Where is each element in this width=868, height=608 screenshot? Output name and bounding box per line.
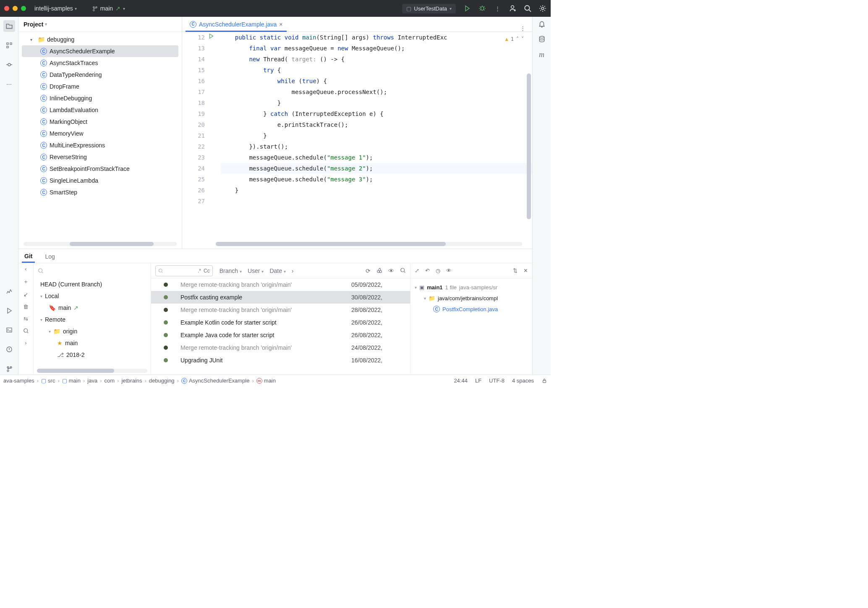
commit-row[interactable]: Postfix casting example30/08/2022, [151,291,410,304]
commit-row[interactable]: Merge remote-tracking branch 'origin/mai… [151,304,410,316]
detail-file-row[interactable]: C PostfixCompletion.java [415,304,528,314]
tree-file[interactable]: CSetBreakpointFromStackTrace [18,163,182,175]
origin-branch-item[interactable]: ⎇2018-2 [34,349,151,361]
origin-main-branch[interactable]: ★main [34,337,151,349]
project-tool-button[interactable] [3,20,15,32]
checkout-icon[interactable]: ↙ [24,291,28,298]
indent-widget[interactable]: 4 spaces [512,377,534,384]
terminal-tool-button[interactable] [3,324,15,336]
close-tab-button[interactable]: × [279,21,282,28]
project-tree[interactable]: ▾📁debuggingCAsyncSchedulerExampleCAsyncS… [18,32,182,239]
editor-scrollbar[interactable] [527,32,531,240]
chevron-down-icon[interactable]: ˅ [521,34,524,45]
breadcrumb-item[interactable]: com [104,377,115,384]
debug-button[interactable] [478,5,486,12]
breadcrumb-item[interactable]: ava-samples [3,377,34,384]
undo-icon[interactable]: ↶ [425,267,430,274]
origin-remote[interactable]: ▾📁origin [34,325,151,337]
breadcrumb-item[interactable]: ▢ main [62,377,81,384]
chevron-left-icon[interactable]: ‹ [25,266,26,272]
line-separator[interactable]: LF [475,377,481,384]
tree-file[interactable]: CMultiLineExpressions [18,139,182,151]
tree-file[interactable]: CAsyncSchedulerExample [22,45,178,57]
branches-h-scrollbar[interactable] [37,369,147,373]
profiler-tool-button[interactable] [3,286,15,297]
vcs-branch-widget[interactable]: main ↗ ▾ [92,5,125,12]
commit-row[interactable]: Merge remote-tracking branch 'origin/mai… [151,278,410,291]
remote-branches-group[interactable]: ▾Remote [34,314,151,325]
tree-file[interactable]: CSingleLineLambda [18,175,182,186]
eye-icon[interactable]: 👁 [388,267,394,274]
code-editor[interactable]: 12131415161718192021222324252627 public … [182,32,532,240]
breadcrumb-item[interactable]: debugging [149,377,175,384]
code-with-me-icon[interactable] [509,5,516,12]
run-tool-button[interactable] [3,305,15,317]
date-filter[interactable]: Date ▾ [269,267,285,274]
breadcrumb-item[interactable]: jetbrains [121,377,142,384]
regex-toggle[interactable]: .* [198,268,201,274]
minimize-window-button[interactable] [13,6,18,11]
add-icon[interactable]: ＋ [23,278,29,286]
chevron-right-icon[interactable]: › [25,340,26,346]
git-tool-button[interactable] [3,363,15,375]
more-actions-button[interactable]: ⋮ [494,5,501,12]
structure-tool-button[interactable] [3,39,15,51]
branches-tree[interactable]: HEAD (Current Branch) ▾Local 🔖main ↗ ▾Re… [34,278,151,367]
database-tool-button[interactable] [538,35,546,43]
tree-file[interactable]: CReverseString [18,151,182,163]
tree-file[interactable]: CSmartStep [18,186,182,198]
log-search-input[interactable]: .* Cc [155,265,213,276]
delete-icon[interactable]: 🗑 [23,304,29,310]
maven-tool-button[interactable]: m [539,50,544,59]
find-icon[interactable] [400,267,406,274]
run-config-selector[interactable]: ▢ UserTestData ▾ [402,4,456,13]
breadcrumb-item[interactable]: ▢ src [41,377,55,384]
tree-file[interactable]: CMarkingObject [18,116,182,128]
search-icon[interactable] [23,328,29,334]
problems-tool-button[interactable] [3,343,15,355]
editor-tabs-menu[interactable]: ⋮ [517,25,529,31]
commit-row[interactable]: Upgrading JUnit16/08/2022, [151,354,410,367]
breadcrumb-item[interactable]: java [87,377,97,384]
breadcrumb-item[interactable]: m main [256,377,276,384]
editor-h-scrollbar[interactable] [216,242,522,246]
breadcrumb-item[interactable]: C AsyncSchedulerExample [181,377,250,384]
inspection-widget[interactable]: ▲ 1 ˄ ˅ [505,34,524,45]
breadcrumbs[interactable]: ava-samples›▢ src›▢ main›java›com›jetbra… [3,377,276,384]
tree-file[interactable]: CInlineDebugging [18,92,182,104]
commit-row[interactable]: Example Kotlin code for starter script26… [151,316,410,329]
history-icon[interactable]: ◷ [436,267,440,274]
tree-file[interactable]: CDataTypeRendering [18,69,182,81]
tree-file[interactable]: CDropFrame [18,81,182,92]
editor-tab[interactable]: C AsyncSchedulerExample.java × [186,18,287,32]
chevron-up-icon[interactable]: ˄ [516,34,519,45]
user-filter[interactable]: User ▾ [248,267,264,274]
close-window-button[interactable] [4,6,9,11]
commit-row[interactable]: Example Java code for starter script26/0… [151,329,410,341]
horizontal-scrollbar[interactable] [24,242,177,246]
git-tab[interactable]: Git [22,250,35,263]
tree-folder[interactable]: ▾📁debugging [18,34,182,45]
detail-branch-row[interactable]: ▾ ▣ main1 1 file java-samples/sr [415,282,528,293]
more-tool-button[interactable]: ⋯ [3,78,15,90]
tree-file[interactable]: CAsyncStackTraces [18,57,182,69]
editor-gutter[interactable]: 12131415161718192021222324252627 [182,32,209,240]
refresh-icon[interactable]: ⟳ [366,267,371,274]
search-everywhere-button[interactable] [524,5,531,12]
local-main-branch[interactable]: 🔖main ↗ [34,302,151,314]
eye-icon[interactable]: 👁 [446,267,452,274]
tree-file[interactable]: CLambdaEvaluation [18,104,182,116]
commit-row[interactable]: Merge remote-tracking branch 'origin/mai… [151,341,410,354]
settings-button[interactable] [539,5,546,12]
branches-search[interactable] [34,263,151,278]
local-branches-group[interactable]: ▾Local [34,290,151,302]
file-encoding[interactable]: UTF-8 [489,377,505,384]
case-toggle[interactable]: Cc [204,268,210,274]
project-panel-header[interactable]: Project ▾ [18,17,182,32]
detail-path-row[interactable]: ▾ 📁 java/com/jetbrains/compl [415,293,528,304]
commit-list[interactable]: Merge remote-tracking branch 'origin/mai… [151,278,410,375]
close-details-button[interactable]: ✕ [523,267,528,274]
expand-icon[interactable]: ⤢ [415,267,419,274]
go-to-hash-icon[interactable]: › [292,267,294,274]
run-button[interactable] [463,5,471,12]
